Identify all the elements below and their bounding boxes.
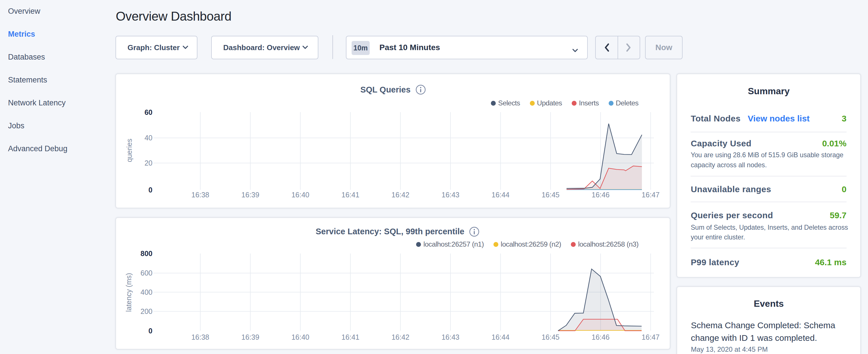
svg-text:16:40: 16:40 bbox=[291, 191, 309, 199]
svg-text:16:46: 16:46 bbox=[592, 191, 610, 199]
svg-text:200: 200 bbox=[141, 307, 152, 315]
svg-text:16:39: 16:39 bbox=[241, 333, 259, 341]
svg-text:16:41: 16:41 bbox=[342, 191, 360, 199]
svg-text:16:45: 16:45 bbox=[541, 333, 560, 341]
svg-text:60: 60 bbox=[145, 108, 152, 116]
svg-text:600: 600 bbox=[141, 269, 152, 277]
svg-text:16:45: 16:45 bbox=[541, 191, 560, 199]
svg-text:20: 20 bbox=[145, 159, 152, 167]
svg-text:0: 0 bbox=[149, 326, 152, 334]
svg-text:16:39: 16:39 bbox=[241, 191, 259, 199]
svg-text:16:46: 16:46 bbox=[592, 333, 610, 341]
svg-text:16:43: 16:43 bbox=[442, 191, 460, 199]
svg-text:16:38: 16:38 bbox=[191, 333, 210, 341]
svg-text:800: 800 bbox=[141, 250, 152, 257]
svg-text:16:44: 16:44 bbox=[492, 191, 509, 199]
svg-text:16:42: 16:42 bbox=[392, 333, 409, 341]
svg-text:16:43: 16:43 bbox=[442, 333, 460, 341]
svg-text:16:47: 16:47 bbox=[642, 191, 660, 199]
svg-text:16:41: 16:41 bbox=[342, 333, 360, 341]
svg-text:16:38: 16:38 bbox=[191, 191, 210, 199]
svg-text:16:47: 16:47 bbox=[642, 333, 660, 341]
svg-text:40: 40 bbox=[145, 134, 152, 142]
svg-text:16:42: 16:42 bbox=[392, 191, 409, 199]
svg-text:16:40: 16:40 bbox=[291, 333, 309, 341]
svg-text:400: 400 bbox=[141, 288, 152, 296]
svg-text:16:44: 16:44 bbox=[492, 333, 509, 341]
svg-text:0: 0 bbox=[149, 186, 152, 194]
